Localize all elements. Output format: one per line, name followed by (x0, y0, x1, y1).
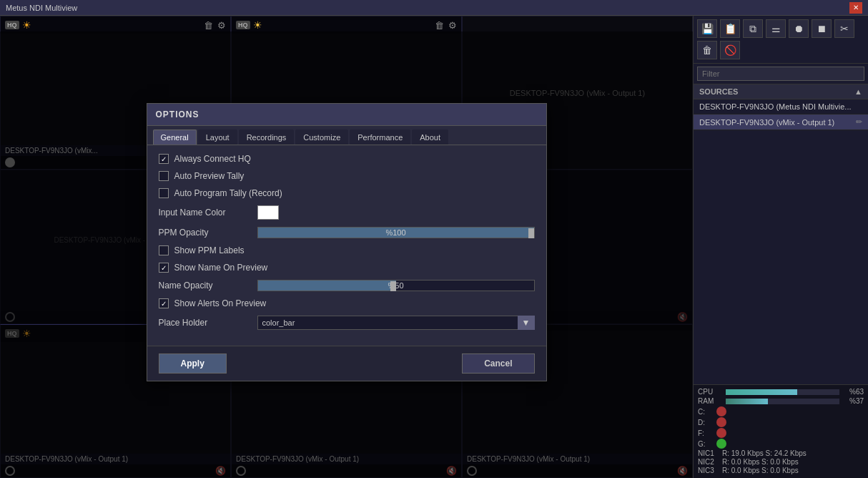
nic2-values: R: 0.0 Kbps S: 0.0 Kbps (722, 458, 799, 466)
nic1-label: NIC1 (698, 449, 719, 457)
tab-performance[interactable]: Performance (350, 130, 410, 145)
cpu-bar-fill (726, 389, 797, 395)
settings-btn-0-0[interactable]: ⚙ (217, 20, 226, 31)
source-edit-icon-1[interactable]: ✏ (856, 117, 862, 127)
ram-bar (726, 399, 839, 404)
dialog-title: OPTIONS (147, 104, 546, 126)
settings-btn-0-1[interactable]: ⚙ (448, 20, 457, 31)
option-row-input-color: Input Name Color (159, 205, 535, 220)
slider-ppm-opacity[interactable]: %100 (257, 227, 535, 238)
drive-label-f: F: (698, 429, 712, 437)
close-button[interactable]: ✕ (849, 2, 862, 14)
sidebar-record-btn[interactable]: ⏺ (789, 19, 809, 38)
delete-btn-0-0[interactable]: 🗑 (204, 20, 213, 31)
slider-name-handle[interactable] (390, 281, 396, 291)
delete-btn-0-1[interactable]: 🗑 (435, 20, 444, 31)
option-row-name-opacity: Name Opacity %50 (159, 280, 535, 291)
filter-bar (694, 64, 868, 84)
sidebar-settings-btn[interactable]: ⚌ (766, 19, 786, 38)
label-auto-preview: Auto Preview Tally (174, 171, 245, 181)
checkbox-show-name[interactable] (159, 263, 169, 273)
option-row-auto-preview: Auto Preview Tally (159, 171, 535, 181)
label-show-alerts: Show Alerts On Preview (174, 298, 267, 308)
hq-badge-0-0: HQ (5, 21, 19, 29)
drive-label-c: C: (698, 408, 712, 416)
checkbox-auto-preview[interactable] (159, 171, 169, 181)
video-grid: HQ ☀ 🗑 ⚙ DESKTOP-FV9N3JO (vMix... 🔇 HQ (0, 16, 693, 478)
option-row-show-name: Show Name On Preview (159, 263, 535, 273)
label-input-color: Input Name Color (159, 208, 252, 218)
tab-general[interactable]: General (153, 130, 197, 145)
perf-panel: CPU %63 RAM %37 C: D: (694, 384, 868, 478)
ram-value: %37 (842, 397, 864, 405)
label-show-ppm: Show PPM Labels (174, 245, 245, 255)
drive-dot-f (716, 428, 726, 438)
label-ppm-opacity: PPM Opacity (159, 228, 252, 238)
cancel-button[interactable]: Cancel (462, 353, 534, 374)
sidebar-load-btn[interactable]: 📋 (720, 19, 740, 38)
ram-bar-fill (726, 399, 768, 404)
label-placeholder: Place Holder (159, 318, 252, 328)
option-row-show-alerts: Show Alerts On Preview (159, 298, 535, 308)
cpu-value: %63 (842, 388, 864, 396)
tab-recordings[interactable]: Recordings (239, 130, 295, 145)
drive-label-g: G: (698, 440, 712, 448)
nic-row-2: NIC2 R: 0.0 Kbps S: 0.0 Kbps (698, 458, 864, 466)
sidebar-copy-btn[interactable]: ⧉ (743, 19, 763, 38)
drive-dot-c (716, 406, 726, 416)
sources-scroll-icon: ▲ (854, 87, 862, 96)
drive-label-d: D: (698, 419, 712, 426)
checkbox-always-connect[interactable] (159, 154, 169, 164)
dialog-body: Always Connect HQ Auto Preview Tally Aut… (147, 145, 546, 346)
checkbox-auto-program[interactable] (159, 188, 169, 198)
drive-dot-d (716, 417, 726, 427)
tab-customize[interactable]: Customize (295, 130, 348, 145)
perf-row-cpu: CPU %63 (698, 388, 864, 396)
source-item-0[interactable]: DESKTOP-FV9N3JO (Metus NDI Multivie... (694, 99, 868, 114)
option-row-auto-program: Auto Program Tally (Record) (159, 188, 535, 198)
label-name-opacity: Name Opacity (159, 281, 252, 291)
sidebar-block-btn[interactable]: 🚫 (720, 41, 740, 59)
nic3-label: NIC3 (698, 467, 719, 474)
option-row-always-connect: Always Connect HQ (159, 154, 535, 164)
color-swatch[interactable] (257, 205, 279, 220)
source-item-1[interactable]: DESKTOP-FV9N3JO (vMix - Output 1) ✏ (694, 114, 868, 130)
slider-name-opacity[interactable]: %50 (257, 280, 535, 291)
hq-badge-0-1: HQ (236, 21, 250, 29)
option-row-ppm-opacity: PPM Opacity %100 (159, 227, 535, 238)
nic1-values: R: 19.0 Kbps S: 24.2 Kbps (722, 449, 807, 457)
drive-row-c: C: (698, 406, 864, 416)
sources-header: SOURCES ▲ (694, 84, 868, 99)
checkbox-show-ppm[interactable] (159, 245, 169, 255)
sidebar-save-btn[interactable]: 💾 (697, 19, 717, 38)
sidebar-cut-btn[interactable]: ✂ (834, 19, 854, 38)
sidebar-delete-btn[interactable]: 🗑 (697, 41, 717, 59)
cpu-label: CPU (698, 388, 723, 396)
source-label-0: DESKTOP-FV9N3JO (Metus NDI Multivie... (699, 102, 852, 111)
sources-label: SOURCES (699, 87, 738, 96)
dialog-tabs: General Layout Recordings Customize Perf… (147, 126, 546, 145)
sidebar-stop-btn[interactable]: ⏹ (812, 19, 832, 38)
modal-overlay: OPTIONS General Layout Recordings Custom… (0, 31, 693, 478)
nic-row-1: NIC1 R: 19.0 Kbps S: 24.2 Kbps (698, 449, 864, 457)
apply-button[interactable]: Apply (159, 353, 227, 374)
select-placeholder[interactable]: color_bar black none (257, 316, 535, 330)
filter-input[interactable] (697, 67, 864, 81)
tab-layout[interactable]: Layout (198, 130, 237, 145)
main-layout: HQ ☀ 🗑 ⚙ DESKTOP-FV9N3JO (vMix... 🔇 HQ (0, 16, 868, 478)
sun-icon-0-0: ☀ (22, 19, 31, 31)
nic3-values: R: 0.0 Kbps S: 0.0 Kbps (722, 467, 799, 474)
option-row-placeholder: Place Holder color_bar black none ▼ (159, 316, 535, 330)
option-row-show-ppm: Show PPM Labels (159, 245, 535, 255)
tab-about[interactable]: About (412, 130, 448, 145)
label-show-name: Show Name On Preview (174, 263, 268, 273)
titlebar-title: Metus NDI Multiview (6, 4, 77, 12)
sun-icon-0-1: ☀ (253, 19, 262, 31)
options-dialog: OPTIONS General Layout Recordings Custom… (147, 103, 547, 381)
slider-ppm-handle[interactable] (528, 228, 534, 238)
drive-row-g: G: (698, 439, 864, 449)
ram-label: RAM (698, 397, 723, 405)
label-auto-program: Auto Program Tally (Record) (174, 188, 282, 198)
source-label-1: DESKTOP-FV9N3JO (vMix - Output 1) (699, 118, 834, 127)
checkbox-show-alerts[interactable] (159, 298, 169, 308)
